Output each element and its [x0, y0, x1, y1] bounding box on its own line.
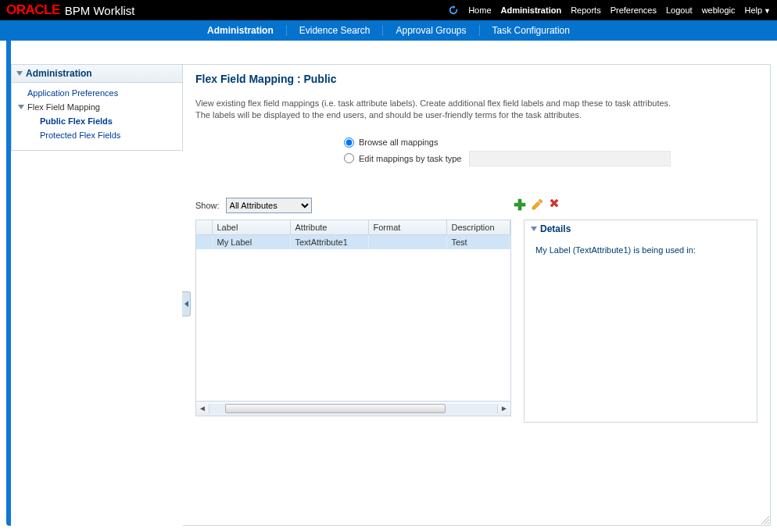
sidebar-title: Administration [26, 68, 92, 79]
nav-help[interactable]: Help▼ [744, 5, 771, 15]
col-attribute[interactable]: Attribute [290, 220, 368, 235]
chevron-down-icon: ▼ [764, 7, 771, 15]
row-handle[interactable] [196, 235, 212, 249]
table-row[interactable]: My Label TextAttribute1 Test [196, 235, 510, 249]
radio-browse-all[interactable] [344, 137, 354, 148]
nav-preferences[interactable]: Preferences [610, 5, 657, 15]
sidebar-item-public-flex[interactable]: Public Flex Fields [18, 114, 176, 128]
expand-icon [18, 105, 24, 109]
collapse-icon [16, 71, 23, 76]
add-icon[interactable] [514, 198, 526, 212]
nav-reports[interactable]: Reports [571, 5, 601, 15]
sidebar-item-label: Flex Field Mapping [27, 102, 100, 112]
sidebar-item-app-prefs[interactable]: Application Preferences [18, 86, 176, 100]
cell-attribute: TextAttribute1 [290, 235, 368, 249]
bluenav-evidence-search[interactable]: Evidence Search [287, 25, 384, 36]
nav-logout[interactable]: Logout [666, 5, 693, 15]
show-select[interactable]: All Attributes [226, 198, 312, 213]
chevron-left-icon [184, 301, 188, 307]
nav-home[interactable]: Home [468, 5, 491, 15]
bluenav-administration[interactable]: Administration [195, 25, 287, 36]
desc-line-1: View existing flex field mappings (i.e. … [195, 98, 757, 109]
show-label: Show: [195, 201, 220, 210]
col-description[interactable]: Description [446, 220, 510, 235]
refresh-icon[interactable] [448, 5, 459, 16]
details-panel: Details My Label (TextAttribute1) is bei… [524, 220, 757, 423]
col-label[interactable]: Label [212, 220, 290, 235]
cell-description: Test [446, 235, 510, 249]
col-format[interactable]: Format [368, 220, 446, 235]
sidebar-item-protected-flex[interactable]: Protected Flex Fields [18, 128, 176, 142]
details-title: Details [540, 223, 571, 234]
top-nav: Home Administration Reports Preferences … [448, 5, 771, 16]
cell-label: My Label [212, 235, 290, 249]
resize-handle-icon[interactable] [759, 514, 770, 525]
collapse-icon [531, 227, 537, 231]
scroll-thumb[interactable] [225, 404, 446, 413]
radio-edit-by-tasktype[interactable] [344, 153, 354, 163]
table-header-row: Label Attribute Format Description [196, 220, 510, 235]
radio-browse-label: Browse all mappings [359, 137, 439, 147]
page-title: Flex Field Mapping : Public [195, 73, 757, 85]
sidebar-panel: Administration Application Preferences F… [11, 64, 183, 151]
tasktype-filter-input[interactable] [469, 151, 671, 166]
topbar: ORACLE BPM Worklist Home Administration … [0, 0, 777, 20]
horizontal-scrollbar[interactable]: ◄ ► [196, 401, 510, 416]
nav-administration[interactable]: Administration [501, 5, 562, 15]
desc-line-2: The labels will be displayed to the end … [195, 109, 757, 121]
content-area: Flex Field Mapping : Public View existin… [183, 64, 771, 526]
sidebar-header[interactable]: Administration [12, 65, 182, 83]
page-description: View existing flex field mappings (i.e. … [195, 98, 757, 122]
edit-icon[interactable] [531, 198, 543, 212]
details-header[interactable]: Details [525, 220, 757, 237]
oracle-logo: ORACLE [6, 2, 60, 18]
scroll-track[interactable] [209, 404, 498, 413]
scroll-left-icon[interactable]: ◄ [196, 404, 209, 412]
nav-user: weblogic [702, 5, 736, 15]
details-body: My Label (TextAttribute1) is being used … [525, 237, 757, 262]
bluenav-approval-groups[interactable]: Approval Groups [383, 25, 479, 36]
scroll-right-icon[interactable]: ► [498, 404, 510, 412]
blue-nav: Administration Evidence Search Approval … [0, 20, 777, 41]
cell-format [368, 235, 446, 249]
mapping-table: Label Attribute Format Description [195, 220, 511, 416]
product-name: BPM Worklist [65, 4, 135, 17]
delete-icon[interactable] [548, 198, 560, 212]
bluenav-task-configuration[interactable]: Task Configuration [480, 25, 582, 36]
sidebar-item-flex-mapping[interactable]: Flex Field Mapping [18, 100, 176, 114]
sidebar-collapse-handle[interactable] [182, 291, 191, 316]
radio-edit-label: Edit mappings by task type [359, 154, 461, 163]
